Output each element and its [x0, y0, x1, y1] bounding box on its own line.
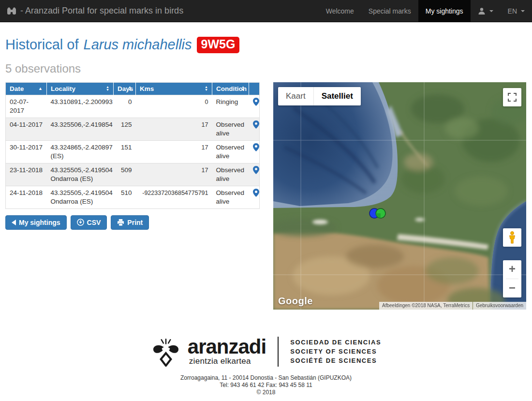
cell-kms: 17 [136, 140, 212, 163]
brand-subtitle: zientzia elkartea [188, 356, 266, 366]
cell-locality: 43.324865,-2.420897 (ES) [47, 140, 114, 163]
satellite-imagery [273, 82, 526, 310]
cell-date: 24-11-2018 [6, 186, 47, 208]
cell-locality: 43.325505,-2.419504 Ondarroa (ES) [47, 186, 114, 208]
cell-date: 23-11-2018 [6, 163, 47, 186]
col-header-condition[interactable]: ▲▼ Condition [212, 82, 249, 95]
society-line: SOCIÉTÉ DE SCIENCES [290, 356, 381, 365]
map-type-control: Kaart Satelliet [278, 87, 361, 105]
language-menu[interactable]: EN [501, 0, 532, 22]
cell-days: 510 [114, 186, 136, 208]
cell-date: 02-07-2017 [6, 95, 47, 118]
top-navbar: - Aranzadi Portal for special marks in b… [0, 0, 532, 22]
cell-locality: 43.325506,-2.419854 [47, 118, 114, 140]
society-line: SOCIEDAD DE CIENCIAS [290, 338, 381, 346]
sort-asc-icon: ▲ [38, 86, 43, 91]
pegman-button[interactable] [503, 228, 521, 247]
divider [278, 337, 279, 367]
chevron-down-icon [489, 10, 493, 12]
observations-count: 5 observations [5, 62, 527, 75]
brand-wordmark: aranzadi [188, 337, 266, 356]
fullscreen-button[interactable] [503, 88, 521, 106]
cell-condition: Observed alive [212, 118, 249, 140]
fullscreen-icon [508, 93, 517, 102]
brand-text: - Aranzadi Portal for special marks in b… [20, 6, 183, 16]
page-title: Historical of Larus michahellis 9W5G [5, 37, 527, 53]
cell-date: 30-11-2017 [6, 140, 47, 163]
csv-button[interactable]: CSV [71, 215, 107, 230]
cell-days: 151 [114, 140, 136, 163]
aranzadi-emblem-icon [151, 337, 181, 367]
col-header-date[interactable]: ▲ Date [6, 82, 47, 95]
table-row: 30-11-2017 43.324865,-2.420897 (ES) 151 … [6, 140, 260, 163]
table-header-row: ▲ Date ▲▼ Locality ▲▼ Days ▲▼ [6, 82, 260, 95]
binoculars-icon [7, 7, 16, 15]
map-button-kaart[interactable]: Kaart [278, 87, 313, 105]
col-header-days[interactable]: ▲▼ Days [114, 82, 136, 95]
table-row: 23-11-2018 43.325505,-2.419504 Ondarroa … [6, 163, 260, 186]
sort-icon: ▲▼ [106, 86, 109, 91]
species-name: Larus michahellis [84, 37, 192, 53]
map-pin-icon[interactable] [249, 140, 260, 163]
col-header-map [249, 82, 260, 95]
footer-copyright: © 2018 [0, 389, 532, 396]
google-logo[interactable]: Google [278, 296, 313, 307]
aranzadi-logo: aranzadi zientzia elkartea SOCIEDAD DE C… [0, 337, 532, 367]
cell-days: 125 [114, 118, 136, 140]
observation-markers [369, 208, 385, 218]
cell-locality: 43.325505,-2.419504 Ondarroa (ES) [47, 163, 114, 186]
terms-of-use-link[interactable]: Gebruiksvoorwaarden [473, 302, 526, 310]
cell-days: 0 [114, 95, 136, 118]
col-header-kms[interactable]: ▲▼ Kms [136, 82, 212, 95]
zoom-out-button[interactable]: − [503, 279, 521, 297]
map-button-satelliet[interactable]: Satelliet [313, 87, 361, 105]
my-sightings-button[interactable]: My sightings [5, 215, 67, 230]
cell-condition: Ringing [212, 95, 249, 118]
map-attribution: Afbeeldingen ©2018 NASA, TerraMetrics Ge… [379, 302, 526, 310]
printer-icon [117, 219, 124, 226]
map-pin-icon[interactable] [249, 163, 260, 186]
map-pin-icon[interactable] [249, 95, 260, 118]
map-pin-icon[interactable] [249, 186, 260, 208]
cell-kms: -9223372036854775791 [136, 186, 212, 208]
observations-table: ▲ Date ▲▼ Locality ▲▼ Days ▲▼ [5, 82, 260, 209]
download-icon [77, 219, 84, 226]
page-footer: aranzadi zientzia elkartea SOCIEDAD DE C… [0, 337, 532, 396]
user-menu[interactable] [471, 0, 501, 22]
cell-kms: 17 [136, 118, 212, 140]
cell-kms: 0 [136, 95, 212, 118]
footer-phone: Tel: 943 46 61 42 Fax: 943 45 58 11 [0, 382, 532, 389]
zoom-control: + − [503, 260, 521, 297]
google-map[interactable]: Kaart Satelliet + − [273, 82, 526, 310]
cell-condition: Observed alive [212, 186, 249, 208]
cell-date: 04-11-2017 [6, 118, 47, 140]
table-row: 04-11-2017 43.325506,-2.419854 125 17 Ob… [6, 118, 260, 140]
ring-code-badge: 9W5G [197, 37, 240, 53]
table-row: 24-11-2018 43.325505,-2.419504 Ondarroa … [6, 186, 260, 208]
society-line: SOCIETY OF SCIENCES [290, 347, 381, 356]
table-row: 02-07-2017 43.310891,-2.200993 0 0 Ringi… [6, 95, 260, 118]
footer-address: Zorroagagaina, 11 - 20014 Donostia - San… [0, 374, 532, 382]
user-icon [478, 7, 486, 15]
cell-condition: Observed alive [212, 163, 249, 186]
sort-icon: ▲▼ [205, 86, 208, 91]
cell-days: 509 [114, 163, 136, 186]
back-arrow-icon [12, 220, 16, 225]
zoom-in-button[interactable]: + [503, 260, 521, 279]
col-header-locality[interactable]: ▲▼ Locality [47, 82, 114, 95]
nav-item-special-marks[interactable]: Special marks [361, 0, 418, 22]
pegman-icon [508, 231, 516, 244]
title-prefix: Historical of [5, 37, 79, 53]
nav-item-my-sightings[interactable]: My sightings [418, 0, 471, 22]
imagery-attribution: Afbeeldingen ©2018 NASA, TerraMetrics [379, 302, 473, 310]
map-pin-icon[interactable] [249, 118, 260, 140]
cell-locality: 43.310891,-2.200993 [47, 95, 114, 118]
chevron-down-icon [521, 10, 525, 12]
cell-kms: 17 [136, 163, 212, 186]
cell-condition: Observed alive [212, 140, 249, 163]
nav-item-welcome[interactable]: Welcome [319, 0, 361, 22]
navbar-brand[interactable]: - Aranzadi Portal for special marks in b… [0, 0, 190, 22]
print-button[interactable]: Print [111, 215, 149, 230]
